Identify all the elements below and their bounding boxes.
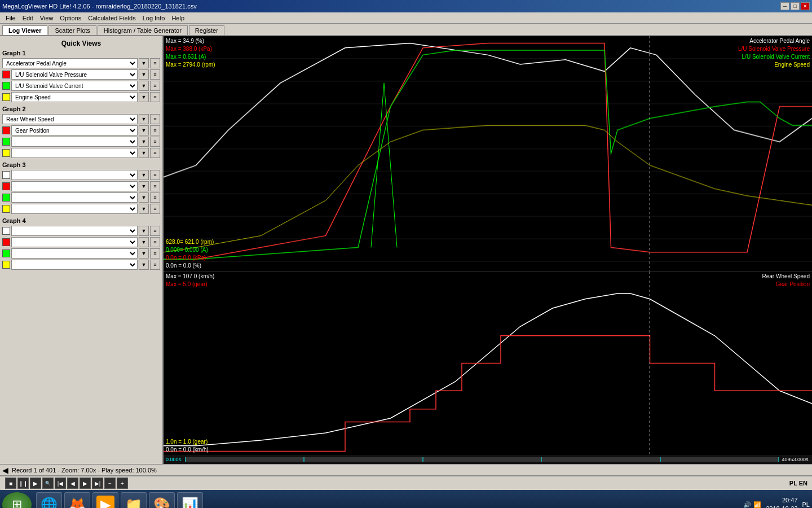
graph2-list4[interactable]: ≡: [150, 148, 160, 158]
graph2-canvas-area[interactable]: Max = 107.0 (km/h) Max = 5.0 (gear) Rear…: [164, 271, 812, 455]
graph4-select4[interactable]: [11, 260, 138, 270]
timeline-bar[interactable]: 0.000s. 40953.000s.: [164, 455, 812, 464]
graph1-list1[interactable]: ≡: [150, 58, 160, 68]
graph3-select4[interactable]: [11, 204, 138, 214]
step-back-button[interactable]: ◀: [67, 478, 78, 489]
graph1-select2[interactable]: L/U Solenoid Valve Pressure: [11, 69, 138, 80]
plus-button[interactable]: +: [117, 478, 128, 489]
scroll-arrow[interactable]: ◀: [2, 466, 8, 475]
graph4-list1[interactable]: ≡: [150, 226, 160, 236]
clock-date: 2018-10-23: [766, 505, 797, 508]
menu-edit[interactable]: Edit: [19, 14, 37, 23]
graph2-select4[interactable]: [11, 148, 138, 158]
graph2-arrow3[interactable]: ▼: [139, 137, 149, 147]
taskbar-folder[interactable]: 📁: [121, 492, 147, 508]
graph1-canvas[interactable]: [164, 36, 812, 271]
taskbar-firefox[interactable]: 🦊: [64, 492, 90, 508]
tab-scatter-plots[interactable]: Scatter Plots: [48, 25, 96, 35]
graph2-arrow1[interactable]: ▼: [139, 114, 149, 124]
clock-time: 20:47: [766, 496, 797, 505]
minimize-button[interactable]: ─: [780, 2, 789, 10]
menu-view[interactable]: View: [37, 14, 57, 23]
graph1-select1[interactable]: Accelerator Pedal Angle: [2, 58, 138, 68]
graph3-arrow1[interactable]: ▼: [139, 170, 149, 180]
graph1-arrow2[interactable]: ▼: [139, 69, 149, 80]
tab-histogram[interactable]: Histogram / Table Generator: [98, 25, 188, 35]
graph4-select1[interactable]: [11, 226, 138, 236]
graph3-row3: ▼ ≡: [2, 192, 160, 203]
graph3-select1[interactable]: [11, 170, 138, 180]
graph2-arrow4[interactable]: ▼: [139, 148, 149, 158]
graph4-select2[interactable]: [11, 237, 138, 247]
graph3-list4[interactable]: ≡: [150, 204, 160, 214]
graph4-arrow1[interactable]: ▼: [139, 226, 149, 236]
graph4-list4[interactable]: ≡: [150, 260, 160, 270]
graph2-select3[interactable]: [11, 137, 138, 147]
search-button[interactable]: 🔍: [42, 478, 54, 489]
graph2-list2[interactable]: ≡: [150, 125, 160, 135]
graph1-list4[interactable]: ≡: [150, 92, 160, 102]
graph2-list3[interactable]: ≡: [150, 137, 160, 147]
start-button[interactable]: ⊞: [2, 492, 32, 508]
graph4-select3[interactable]: [11, 248, 138, 259]
tick1: [185, 457, 186, 462]
menu-file[interactable]: File: [2, 14, 19, 23]
graph4-color1: [2, 227, 10, 235]
rewind-button[interactable]: |◀: [55, 478, 66, 489]
menu-log-info[interactable]: Log Info: [139, 14, 169, 23]
graph1-row3: L/U Solenoid Valve Current ▼ ≡: [2, 81, 160, 91]
graph3-arrow4[interactable]: ▼: [139, 204, 149, 214]
graph1-arrow4[interactable]: ▼: [139, 92, 149, 102]
graph3-list2[interactable]: ≡: [150, 181, 160, 191]
graph4-arrow2[interactable]: ▼: [139, 237, 149, 247]
fast-fwd-button[interactable]: ▶|: [92, 478, 103, 489]
maximize-button[interactable]: □: [791, 2, 800, 10]
menu-help[interactable]: Help: [168, 14, 188, 23]
taskbar-megaviewer[interactable]: 📊: [177, 492, 203, 508]
title-bar-controls: ─ □ ✕: [780, 2, 810, 10]
graph2-canvas[interactable]: [164, 271, 812, 455]
menu-calculated-fields[interactable]: Calculated Fields: [85, 14, 139, 23]
tab-log-viewer[interactable]: Log Viewer: [2, 25, 47, 35]
graph3-select2[interactable]: [11, 181, 138, 191]
graph1-canvas-area[interactable]: Max = 34.9 (%) Max = 388.0 (kPa) Max = 0…: [164, 36, 812, 271]
graph2-list1[interactable]: ≡: [150, 114, 160, 124]
stop-button[interactable]: ■: [5, 478, 16, 489]
graph4-arrow3[interactable]: ▼: [139, 248, 149, 259]
graph1-select3[interactable]: L/U Solenoid Valve Current: [11, 81, 138, 91]
graph4-list3[interactable]: ≡: [150, 248, 160, 259]
chart-area[interactable]: Max = 34.9 (%) Max = 388.0 (kPa) Max = 0…: [164, 36, 812, 464]
graph1-arrow1[interactable]: ▼: [139, 58, 149, 68]
graph4-arrow4[interactable]: ▼: [139, 260, 149, 270]
minus-button[interactable]: −: [104, 478, 116, 489]
step-fwd-button[interactable]: ▶: [80, 478, 91, 489]
menu-options[interactable]: Options: [56, 14, 85, 23]
graph1-list3[interactable]: ≡: [150, 81, 160, 91]
graph3-arrow2[interactable]: ▼: [139, 181, 149, 191]
graph3-list3[interactable]: ≡: [150, 192, 160, 203]
graph3-list1[interactable]: ≡: [150, 170, 160, 180]
close-button[interactable]: ✕: [801, 2, 810, 10]
graph3-select3[interactable]: [11, 192, 138, 203]
graph1-list2[interactable]: ≡: [150, 69, 160, 80]
language-indicator: PL: [802, 501, 810, 508]
taskbar-media[interactable]: ▶: [92, 492, 118, 508]
tick2: [303, 457, 304, 462]
graph4-list2[interactable]: ≡: [150, 237, 160, 247]
graph3-arrow3[interactable]: ▼: [139, 192, 149, 203]
graph2-select2[interactable]: Gear Position: [11, 125, 138, 135]
graph1-row2: L/U Solenoid Valve Pressure ▼ ≡: [2, 69, 160, 80]
graph2-arrow2[interactable]: ▼: [139, 125, 149, 135]
graph1-arrow3[interactable]: ▼: [139, 81, 149, 91]
timeline-end: 40953.000s.: [782, 457, 810, 462]
graph4-row3: ▼ ≡: [2, 248, 160, 259]
taskbar-chrome[interactable]: 🌐: [36, 492, 62, 508]
tab-register[interactable]: Register: [189, 25, 224, 35]
timeline-track[interactable]: [185, 457, 780, 462]
play-button[interactable]: ▶: [30, 478, 41, 489]
tick3: [422, 457, 423, 462]
taskbar-paint[interactable]: 🎨: [149, 492, 175, 508]
graph1-select4[interactable]: Engine Speed: [11, 92, 138, 102]
graph2-select1[interactable]: Rear Wheel Speed: [2, 114, 138, 124]
pause-button[interactable]: ❙❙: [17, 478, 29, 489]
